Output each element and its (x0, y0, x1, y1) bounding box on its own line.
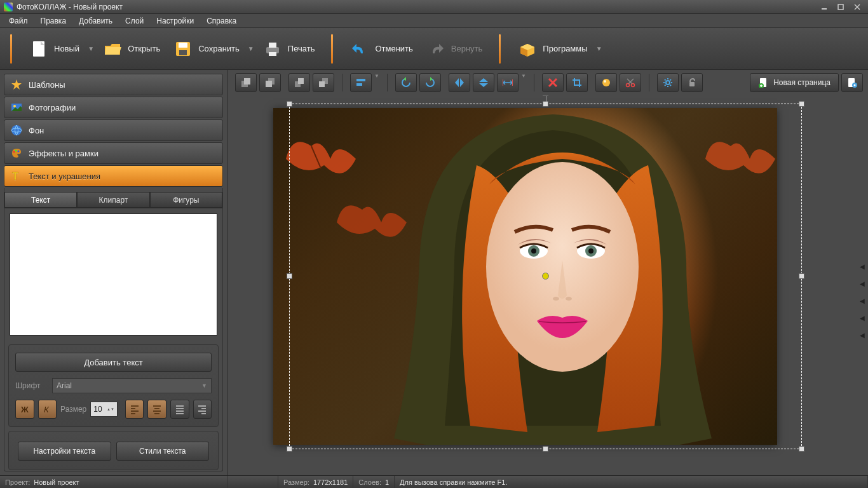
menu-edit[interactable]: Правка (34, 15, 73, 27)
resize-handle-se[interactable] (799, 446, 804, 452)
edge-toggle[interactable]: ◀ (859, 297, 865, 304)
new-page-button[interactable]: Новая страница (750, 73, 839, 92)
menu-settings[interactable]: Настройки (150, 15, 200, 27)
align-dropdown[interactable]: ▼ (374, 73, 379, 92)
layer-up-button[interactable] (288, 73, 310, 92)
menu-file[interactable]: Файл (3, 15, 34, 27)
subtab-clipart[interactable]: Клипарт (77, 192, 149, 208)
page-settings-button[interactable] (841, 73, 863, 92)
resize-handle-w[interactable] (287, 273, 292, 279)
new-dropdown[interactable]: ▼ (86, 35, 96, 63)
text-styles-button[interactable]: Стили текста (116, 442, 210, 461)
app-icon (4, 3, 13, 11)
svg-point-34 (604, 80, 606, 83)
layer-down-button[interactable] (313, 73, 334, 92)
selection-box[interactable] (289, 104, 802, 449)
close-button[interactable] (850, 2, 864, 12)
fit-width-button[interactable] (497, 73, 519, 92)
rotate-anchor[interactable] (543, 95, 548, 96)
programs-button[interactable]: Программы (511, 35, 593, 63)
svg-rect-22 (244, 78, 250, 85)
lock-button[interactable] (681, 73, 703, 92)
send-back-button[interactable] (259, 73, 281, 92)
print-button[interactable]: Печать (256, 35, 322, 63)
menu-add[interactable]: Добавить (72, 15, 119, 27)
undo-button[interactable]: Отменить (343, 35, 419, 63)
svg-point-15 (13, 151, 15, 153)
menu-help[interactable]: Справка (200, 15, 243, 27)
text-icon: T (11, 170, 22, 182)
edge-toggle[interactable]: ◀ (859, 332, 865, 339)
bold-button[interactable]: Ж (15, 400, 34, 419)
window-title: ФотоКОЛЛАЖ - Новый проект (17, 3, 817, 11)
text-settings-button[interactable]: Настройки текста (18, 442, 111, 461)
content-area: Шаблоны Фотографии Фон Эффекты и рамки T… (0, 70, 868, 475)
fit-dropdown[interactable]: ▼ (521, 73, 526, 92)
edge-toggle[interactable]: ◀ (859, 315, 865, 322)
sidebar-label: Эффекты и рамки (29, 149, 98, 158)
resize-handle-e[interactable] (799, 273, 804, 279)
menu-bar: Файл Правка Добавить Слой Настройки Спра… (0, 14, 868, 28)
menu-layer[interactable]: Слой (119, 15, 150, 27)
font-size-input[interactable]: 10 ▲▼ (90, 402, 118, 417)
crop-button[interactable] (566, 73, 588, 92)
cut-button[interactable] (620, 73, 641, 92)
edge-toggle[interactable]: ◀ (859, 263, 865, 270)
align-center-button[interactable] (147, 400, 166, 419)
svg-rect-6 (179, 43, 187, 48)
delete-button[interactable] (542, 73, 564, 92)
open-button[interactable]: Открыть (96, 35, 166, 63)
resize-handle-s[interactable] (543, 446, 548, 452)
center-knob[interactable] (542, 273, 549, 280)
flip-horizontal-button[interactable] (449, 73, 470, 92)
align-left-button[interactable] (125, 400, 144, 419)
new-page-label: Новая страница (773, 78, 831, 87)
align-right-button[interactable] (193, 400, 212, 419)
programs-label: Программы (543, 44, 587, 53)
spinner-icon: ▲▼ (107, 407, 114, 411)
svg-rect-29 (356, 79, 365, 81)
save-dropdown[interactable]: ▼ (246, 35, 256, 63)
settings-button[interactable] (657, 73, 679, 92)
resize-handle-nw[interactable] (287, 101, 292, 107)
resize-handle-ne[interactable] (799, 101, 804, 107)
status-help-text: Для вызова справки нажмите F1. (400, 478, 507, 486)
sidebar-item-text[interactable]: T Текст и украшения (4, 165, 223, 187)
minimize-button[interactable] (817, 2, 831, 12)
effects-button[interactable] (595, 73, 617, 92)
svg-point-17 (18, 151, 20, 152)
status-layers-label: Слоев: (358, 478, 381, 486)
rotate-left-button[interactable] (395, 73, 417, 92)
align-button[interactable] (350, 73, 372, 92)
status-layers-value: 1 (385, 478, 389, 486)
save-button[interactable]: Сохранить (166, 35, 246, 63)
edge-toggle[interactable]: ◀ (859, 280, 865, 287)
toolbar-separator (331, 34, 333, 64)
italic-button[interactable]: К (38, 400, 57, 419)
resize-handle-n[interactable] (543, 101, 548, 107)
font-select[interactable]: Arial ▼ (52, 378, 212, 393)
bring-front-button[interactable] (235, 73, 257, 92)
star-icon (11, 79, 22, 90)
sidebar-item-photos[interactable]: Фотографии (4, 97, 223, 118)
canvas-viewport[interactable]: ◀ ◀ ◀ ◀ ◀ (227, 95, 868, 475)
align-justify-button[interactable] (170, 400, 189, 419)
resize-handle-sw[interactable] (287, 446, 292, 452)
subtab-text[interactable]: Текст (4, 192, 77, 208)
sidebar-item-effects[interactable]: Эффекты и рамки (4, 142, 223, 164)
rotate-right-button[interactable] (419, 73, 441, 92)
subtab-shapes[interactable]: Фигуры (150, 192, 222, 208)
new-button[interactable]: Новый (22, 35, 86, 63)
svg-rect-10 (269, 52, 276, 56)
svg-rect-38 (689, 82, 695, 86)
flip-vertical-button[interactable] (473, 73, 494, 92)
add-text-button[interactable]: Добавить текст (15, 353, 212, 372)
new-document-icon (29, 39, 49, 59)
maximize-button[interactable] (834, 2, 848, 12)
svg-point-33 (602, 79, 610, 86)
programs-dropdown[interactable]: ▼ (594, 35, 604, 63)
redo-button[interactable]: Вернуть (419, 35, 489, 63)
svg-text:К: К (44, 405, 50, 414)
sidebar-item-templates[interactable]: Шаблоны (4, 74, 223, 95)
sidebar-item-background[interactable]: Фон (4, 119, 223, 141)
